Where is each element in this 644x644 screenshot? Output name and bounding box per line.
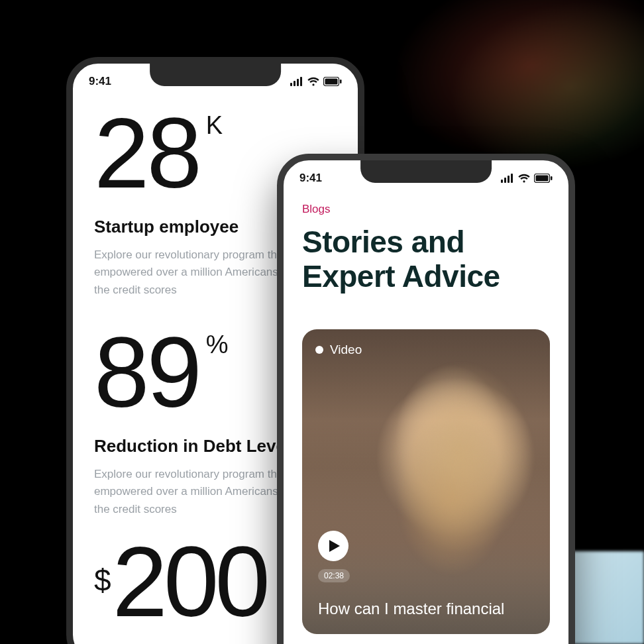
video-card[interactable]: Video 02:38 How can I master financial	[302, 329, 550, 634]
wifi-icon	[307, 77, 319, 86]
phone-notch	[360, 160, 492, 183]
card-overlay	[302, 329, 550, 634]
section-eyebrow[interactable]: Blogs	[302, 203, 550, 216]
svg-rect-2	[297, 79, 299, 86]
svg-rect-7	[501, 180, 503, 183]
wifi-icon	[518, 174, 530, 183]
battery-icon	[323, 77, 342, 86]
stat-value: 28	[94, 109, 199, 198]
phone-mockup-blog: 9:41 Blogs Stories and Expert Advice Vid…	[277, 154, 575, 644]
svg-rect-13	[551, 176, 553, 180]
page-headline: Stories and Expert Advice	[302, 225, 550, 294]
svg-rect-9	[508, 176, 510, 183]
svg-rect-5	[325, 79, 338, 85]
stage: 9:41 28 K Startup employee Explore our r…	[0, 0, 644, 644]
play-icon	[329, 540, 340, 552]
cellular-icon	[290, 77, 303, 86]
status-time: 9:41	[299, 172, 322, 185]
media-type-label: Video	[330, 343, 362, 357]
media-type-badge: Video	[315, 343, 362, 357]
stat-suffix: %	[206, 332, 229, 357]
svg-rect-12	[536, 176, 549, 182]
stat-prefix: $	[94, 563, 111, 598]
svg-rect-3	[300, 77, 302, 86]
stat-value: 200	[113, 547, 266, 617]
dot-icon	[315, 346, 323, 354]
phone-notch	[150, 64, 281, 86]
status-time: 9:41	[89, 75, 111, 88]
status-icons	[290, 77, 342, 86]
svg-rect-10	[511, 174, 513, 183]
battery-icon	[534, 174, 553, 183]
stat-suffix: K	[206, 113, 223, 138]
blog-content: Blogs Stories and Expert Advice Video 02…	[284, 196, 568, 634]
svg-rect-1	[294, 81, 295, 86]
stat-value: 89	[94, 328, 199, 417]
svg-rect-8	[504, 178, 506, 183]
video-duration: 02:38	[318, 569, 350, 582]
play-button[interactable]	[318, 531, 349, 561]
svg-rect-0	[290, 83, 292, 86]
svg-rect-6	[340, 80, 342, 83]
cellular-icon	[501, 174, 514, 183]
status-icons	[501, 174, 553, 183]
video-title: How can I master financial	[318, 598, 534, 619]
